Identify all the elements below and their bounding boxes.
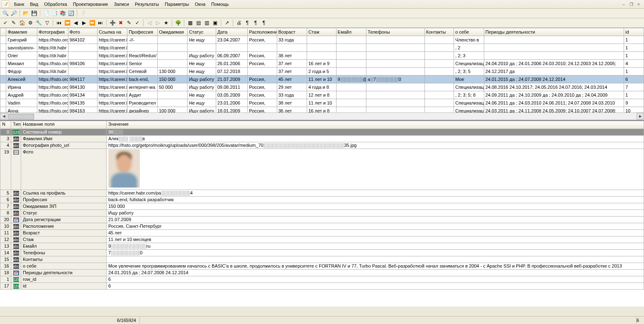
table-cell[interactable]: 11 лет и 10 xyxy=(307,76,336,83)
table-cell[interactable]: 100 000 xyxy=(157,107,187,113)
table-cell[interactable]: 9 xyxy=(624,99,644,107)
col-header[interactable] xyxy=(0,28,6,36)
menu-records[interactable]: Записи xyxy=(111,1,132,7)
table-cell[interactable]: 24.08.2016 24.10.2017; 24.05.2016 24.07.… xyxy=(484,83,624,91)
table-cell[interactable]: Специализац xyxy=(454,107,484,113)
search-list-icon[interactable]: 🔎 xyxy=(10,10,17,17)
table-row[interactable]: Алексейhttps://hsto.orс984117https://car… xyxy=(0,76,644,83)
table-cell[interactable]: 23.01.2006 xyxy=(216,99,248,107)
table-row[interactable]: Vadimhttps://hsto.orс984135https://caree… xyxy=(0,99,644,107)
table-cell[interactable] xyxy=(424,99,454,107)
table-cell[interactable] xyxy=(336,44,366,52)
col-header[interactable]: Ссылка на xyxy=(97,28,127,36)
table-cell[interactable]: 24.06.2011 да ; 24.03.2010 24.06.2011; 2… xyxy=(484,99,624,107)
table-cell[interactable] xyxy=(0,83,6,91)
table-cell[interactable]: Россия, xyxy=(248,52,277,60)
table-cell[interactable]: https://career.h xyxy=(97,44,127,52)
table-cell[interactable]: Аудит xyxy=(127,91,157,99)
table-cell[interactable]: , 2; 3; 5 xyxy=(454,68,484,76)
table-cell[interactable] xyxy=(336,107,366,113)
col-header[interactable]: Стаж xyxy=(307,28,336,36)
table-cell[interactable]: 10 xyxy=(624,107,644,113)
table-cell[interactable]: https://hsto.orс xyxy=(37,76,68,83)
table-cell[interactable]: 7 xyxy=(624,83,644,91)
nav-fwd-icon[interactable]: ▷ xyxy=(154,19,161,27)
grid4-icon[interactable]: ▣ xyxy=(211,19,219,27)
detail-value[interactable]: 9░░░░░░░░░░░ru xyxy=(107,243,644,250)
detail-value[interactable]: Россия, Санкт-Петербург xyxy=(107,223,644,230)
table-cell[interactable]: Не ищу xyxy=(188,68,216,76)
detail-row[interactable]: 8abcСтатусИщу работу xyxy=(0,210,644,217)
table-cell[interactable]: https://career.h xyxy=(97,68,127,76)
menu-design[interactable]: Проектирование xyxy=(71,1,111,7)
table-cell[interactable]: Россия, xyxy=(248,99,277,107)
table-cell[interactable]: Григорий xyxy=(6,36,37,44)
table-cell[interactable] xyxy=(424,68,454,76)
table-cell[interactable]: Senior xyxy=(127,60,157,68)
table-cell[interactable] xyxy=(157,36,187,44)
table-cell[interactable]: Специализац xyxy=(454,99,484,107)
search-icon[interactable]: 🔍 xyxy=(2,10,9,17)
add-record-icon[interactable]: ➕ xyxy=(109,19,116,27)
para1-icon[interactable]: ¶ xyxy=(244,19,251,27)
table-cell[interactable]: Андрей xyxy=(6,91,37,99)
table-cell[interactable] xyxy=(366,91,425,99)
table-cell[interactable] xyxy=(0,68,6,76)
col-header[interactable]: Статус xyxy=(188,28,216,36)
para2-icon[interactable]: ¶ xyxy=(252,19,259,27)
table-cell[interactable]: 16 лет и 9 xyxy=(307,60,336,68)
table-cell[interactable]: 984117 xyxy=(68,76,97,83)
save-icon[interactable]: 💾 xyxy=(30,10,38,17)
records-table[interactable]: ФамилияФотографияФотоСсылка наПрофессияО… xyxy=(0,28,644,112)
table-cell[interactable]: Членство в xyxy=(454,36,484,44)
table-cell[interactable]: 2 года и 5 xyxy=(307,68,336,76)
table-cell[interactable]: 45 лет xyxy=(277,76,307,83)
detail-value[interactable]: 7░░░░░░░░░0 xyxy=(107,250,644,256)
menu-help[interactable]: Помощь xyxy=(209,1,232,7)
nav-back-icon[interactable]: ◁ xyxy=(146,19,153,27)
table-cell[interactable] xyxy=(68,44,97,52)
detail-value[interactable]: https://career.habr.com/pa░░░░░░░░░4 xyxy=(107,190,644,197)
table-cell[interactable] xyxy=(0,107,6,113)
detail-col-value[interactable]: Значение xyxy=(107,121,644,129)
table-cell[interactable]: https://dr.habr xyxy=(37,68,68,76)
menu-bank[interactable]: Банк xyxy=(12,1,27,7)
detail-row[interactable]: 0123Системный номер98░░░ xyxy=(0,129,644,136)
table-cell[interactable] xyxy=(68,52,97,60)
detail-row[interactable]: 7abcОжидаемая З\П150 000 xyxy=(0,203,644,210)
table-cell[interactable] xyxy=(336,91,366,99)
table-cell[interactable]: Специализац xyxy=(454,83,484,91)
table-cell[interactable] xyxy=(484,44,624,52)
table-cell[interactable]: Михаил xyxy=(6,60,37,68)
table-cell[interactable] xyxy=(336,68,366,76)
tool3-icon[interactable]: 🔧 xyxy=(35,19,42,27)
table-cell[interactable]: https://hsto.orс xyxy=(37,36,68,44)
table-cell[interactable] xyxy=(307,36,336,44)
table-cell[interactable] xyxy=(157,52,187,60)
detail-row[interactable]: 10abcРасположениеРоссия, Санкт-Петербург xyxy=(0,223,644,230)
table-cell[interactable] xyxy=(366,44,425,52)
table-cell[interactable]: Анна xyxy=(6,107,37,113)
detail-row[interactable]: 6abcПрофессияback-end, fullstack разрабо… xyxy=(0,197,644,203)
table-cell[interactable]: https://hsto.orс xyxy=(37,99,68,107)
table-cell[interactable] xyxy=(366,68,425,76)
detail-row[interactable]: 5abcСсылка на профильhttps://career.habr… xyxy=(0,190,644,197)
table-cell[interactable]: https://career.h xyxy=(97,107,127,113)
detail-row[interactable]: 15abcКонтакты xyxy=(0,256,644,263)
table-cell[interactable] xyxy=(0,60,6,68)
table-cell[interactable]: Не ищу xyxy=(188,91,216,99)
table-cell[interactable]: 1 xyxy=(624,68,644,76)
table-cell[interactable]: https://career.h xyxy=(97,36,127,44)
table-cell[interactable]: Ищу работу xyxy=(188,107,216,113)
detail-value[interactable]: back-end, fullstack разработчик xyxy=(107,197,644,203)
table-cell[interactable]: 24.12.2017 да xyxy=(484,68,624,76)
tool2-icon[interactable]: ⚙ xyxy=(27,19,34,27)
edit-icon[interactable]: ✎ xyxy=(10,19,17,27)
goto-prev-page-icon[interactable]: ⏪ xyxy=(63,19,71,27)
table-cell[interactable]: -//- xyxy=(127,36,157,44)
table-cell[interactable] xyxy=(0,76,6,83)
table-cell[interactable]: 984106 xyxy=(68,60,97,68)
detail-value[interactable]: https://hsto.org/getpro/moikrug/uploads/… xyxy=(107,142,644,149)
col-header[interactable]: Ожидаемая xyxy=(157,28,187,36)
table-cell[interactable]: https://career.h xyxy=(97,91,127,99)
